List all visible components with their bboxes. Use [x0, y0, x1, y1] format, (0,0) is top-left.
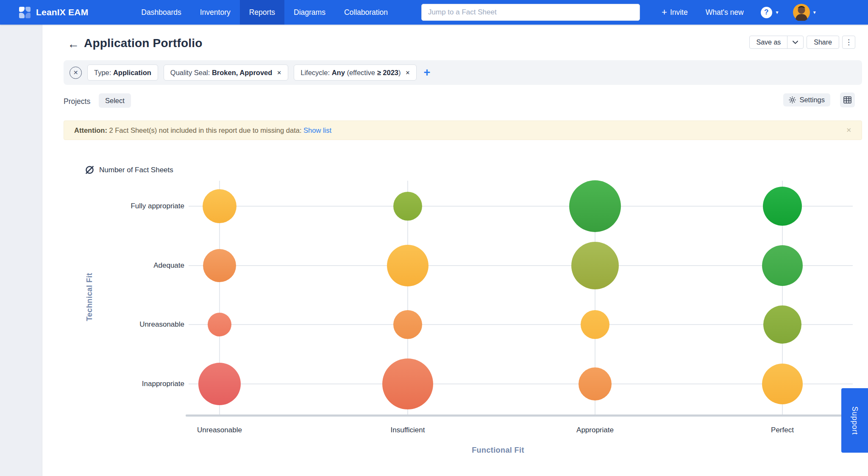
brand-name: LeanIX EAM: [36, 7, 88, 17]
show-list-link[interactable]: Show list: [303, 126, 331, 134]
legend-label: Number of Fact Sheets: [99, 166, 173, 174]
support-tab[interactable]: Support: [841, 388, 868, 453]
remove-filter-icon[interactable]: ✕: [277, 70, 281, 76]
bubble-fully-appropriate--insufficient[interactable]: [393, 192, 422, 221]
navbar-right: + Invite What's new ? ▾ ▾: [653, 4, 823, 21]
nav-item-diagrams[interactable]: Diagrams: [284, 0, 335, 25]
table-view-button[interactable]: [840, 92, 855, 107]
h-gridline-unreasonable: [189, 324, 853, 325]
bubble-unreasonable--appropriate[interactable]: [581, 310, 609, 339]
bubble-unreasonable--unreasonable[interactable]: [208, 313, 231, 336]
bubble-inappropriate--unreasonable[interactable]: [198, 363, 241, 405]
page-title: Application Portfolio: [84, 36, 203, 50]
y-tick-label-inappropriate: Inappropriate: [100, 380, 184, 388]
plus-icon: +: [662, 8, 667, 17]
banner-message: 2 Fact Sheet(s) not included in this rep…: [107, 126, 303, 134]
bubble-unreasonable--insufficient[interactable]: [393, 310, 422, 339]
banner-prefix: Attention:: [74, 126, 107, 134]
chevron-down-icon: ▾: [813, 9, 816, 15]
banner-close-icon[interactable]: ✕: [846, 126, 851, 134]
leanix-logo-icon: [19, 7, 31, 18]
filter-chips: Type: ApplicationQuality Seal: Broken, A…: [87, 64, 417, 81]
x-axis-line: [186, 414, 857, 417]
avatar: [793, 4, 810, 21]
bubble-adequate--unreasonable[interactable]: [203, 249, 236, 282]
chevron-down-icon: [793, 41, 798, 44]
bubble-inappropriate--insufficient[interactable]: [382, 358, 433, 409]
y-tick-label-adequate: Adequate: [100, 261, 184, 270]
filter-bar: ✕ Type: ApplicationQuality Seal: Broken,…: [64, 60, 862, 85]
bubble-adequate--appropriate[interactable]: [571, 242, 619, 289]
y-tick-label-fully-appropriate: Fully appropriate: [100, 202, 184, 210]
bubble-fully-appropriate--perfect[interactable]: [763, 187, 802, 226]
h-gridline-fully-appropriate: [189, 206, 853, 207]
chip-text: Type: Application: [94, 69, 151, 77]
bubble-adequate--insufficient[interactable]: [387, 245, 428, 286]
invite-label: Invite: [670, 8, 688, 17]
save-as-split-button: Save as: [749, 36, 804, 49]
left-sidebar: [0, 25, 42, 476]
bubble-inappropriate--appropriate[interactable]: [579, 367, 612, 400]
bubble-adequate--perfect[interactable]: [762, 245, 803, 286]
save-as-button[interactable]: Save as: [750, 36, 787, 48]
chart-legend: Number of Fact Sheets: [85, 165, 173, 175]
gear-icon: [789, 96, 796, 104]
y-tick-label-unreasonable: Unreasonable: [100, 320, 184, 329]
primary-nav: DashboardsInventoryReportsDiagramsCollab…: [132, 0, 397, 25]
settings-label: Settings: [799, 96, 825, 104]
remove-filter-icon[interactable]: ✕: [406, 70, 410, 76]
help-icon: ?: [761, 7, 772, 18]
filter-chip-lifecycle-[interactable]: Lifecycle: Any (effective ≥ 2023)✕: [294, 64, 417, 81]
screen: LeanIX EAM DashboardsInventoryReportsDia…: [0, 0, 868, 476]
help-menu-button[interactable]: ? ▾: [753, 7, 786, 18]
h-gridline-adequate: [189, 265, 853, 266]
user-menu[interactable]: ▾: [786, 4, 823, 21]
chip-text: Quality Seal: Broken, Approved: [170, 69, 273, 77]
filter-chip-quality-seal-[interactable]: Quality Seal: Broken, Approved✕: [164, 64, 288, 81]
h-gridline-inappropriate: [189, 384, 853, 384]
report-content: ← Application Portfolio Save as Share ⋮ …: [42, 25, 868, 476]
x-axis-title: Functional Fit: [472, 446, 524, 455]
y-axis-title: Technical Fit: [85, 273, 94, 321]
brand[interactable]: LeanIX EAM: [0, 7, 88, 18]
bubble-unreasonable--perfect[interactable]: [763, 305, 801, 344]
settings-button[interactable]: Settings: [783, 93, 830, 106]
fact-sheet-search-input[interactable]: [421, 4, 640, 21]
invite-button[interactable]: + Invite: [653, 8, 696, 17]
attention-banner: Attention: 2 Fact Sheet(s) not included …: [64, 120, 862, 140]
chevron-down-icon: ▾: [776, 9, 779, 15]
chip-text: Lifecycle: Any (effective ≥ 2023): [300, 69, 401, 77]
bubble-inappropriate--perfect[interactable]: [762, 364, 803, 404]
x-tick-label-insufficient: Insufficient: [357, 426, 459, 434]
nav-item-dashboards[interactable]: Dashboards: [132, 0, 190, 25]
nav-item-reports[interactable]: Reports: [240, 0, 284, 25]
projects-label: Projects: [64, 97, 90, 106]
x-tick-label-appropriate: Appropriate: [544, 426, 646, 434]
clear-filters-button[interactable]: ✕: [70, 67, 82, 79]
more-options-button[interactable]: ⋮: [842, 36, 855, 49]
nav-item-inventory[interactable]: Inventory: [191, 0, 240, 25]
share-button[interactable]: Share: [807, 36, 839, 49]
nav-item-collaboration[interactable]: Collaboration: [335, 0, 397, 25]
support-label: Support: [850, 406, 859, 435]
save-as-dropdown-button[interactable]: [787, 36, 803, 48]
x-tick-label-unreasonable: Unreasonable: [169, 426, 270, 434]
filter-chip-type-[interactable]: Type: Application: [87, 64, 158, 81]
back-button[interactable]: ←: [67, 38, 79, 50]
table-icon: [843, 96, 851, 104]
header-actions: Save as Share ⋮: [749, 36, 855, 49]
bubble-fully-appropriate--appropriate[interactable]: [569, 180, 621, 232]
x-tick-label-perfect: Perfect: [732, 426, 833, 434]
whats-new-button[interactable]: What's new: [696, 8, 753, 17]
right-tools: Settings: [783, 92, 855, 107]
bubble-fully-appropriate--unreasonable[interactable]: [203, 189, 236, 223]
top-navbar: LeanIX EAM DashboardsInventoryReportsDia…: [0, 0, 868, 25]
projects-select-button[interactable]: Select: [99, 93, 131, 108]
average-diameter-icon: [85, 165, 95, 175]
add-filter-button[interactable]: +: [423, 67, 430, 78]
